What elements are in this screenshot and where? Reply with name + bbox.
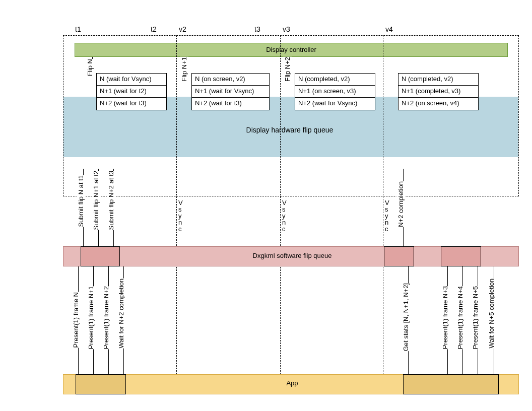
present-n: Present(1) frame N bbox=[72, 292, 80, 348]
vline-v2 bbox=[176, 35, 177, 394]
vline-v4 bbox=[383, 35, 383, 394]
submit-n1-label: Submit flip N+1 at t2 bbox=[92, 171, 100, 230]
submit-n2-label: Submit flip N+2 at t3 bbox=[107, 171, 115, 230]
dxgkrnl-busy-2 bbox=[384, 246, 414, 266]
queue-2-row-3: N+2 (wait for t3) bbox=[192, 98, 269, 110]
queue-4: N (completed, v2) N+1 (completed, v3) N+… bbox=[398, 73, 479, 110]
time-t3: t3 bbox=[254, 25, 260, 33]
wait-n2: Wait for N+2 completion bbox=[117, 279, 125, 349]
app-busy-2 bbox=[403, 374, 499, 394]
queue-3-row-3: N+2 (wait for Vsync) bbox=[295, 98, 375, 110]
flip-n1-label: Flip N+1 bbox=[180, 57, 188, 82]
time-v3: v3 bbox=[283, 25, 290, 33]
time-t2: t2 bbox=[151, 25, 157, 33]
present-n5: Present(1) frame N+5 bbox=[471, 286, 480, 349]
queue-1-row-1: N (wait for Vsync) bbox=[97, 74, 166, 86]
queue-1: N (wait for Vsync) N+1 (wait for t2) N+2… bbox=[96, 73, 167, 110]
app-label: App bbox=[242, 379, 343, 387]
flip-n2-label: Flip N+2 bbox=[283, 57, 292, 82]
queue-1-row-2: N+1 (wait for t2) bbox=[97, 86, 166, 98]
queue-2-row-2: N+1 (wait for Vsync) bbox=[192, 86, 269, 98]
vline-v3 bbox=[280, 35, 281, 394]
vsync-v3: Vsync bbox=[282, 199, 288, 232]
flip-queue-label: Display hardware flip queue bbox=[202, 126, 378, 134]
vsync-v2: Vsync bbox=[178, 199, 184, 232]
getstats: Get stats [N, N+1, N+2] bbox=[402, 283, 410, 351]
time-t1: t1 bbox=[75, 25, 81, 33]
time-v2: v2 bbox=[179, 25, 186, 33]
time-v4: v4 bbox=[385, 25, 393, 33]
queue-2: N (on screen, v2) N+1 (wait for Vsync) N… bbox=[191, 73, 270, 110]
present-n2: Present(1) frame N+2 bbox=[102, 286, 110, 349]
queue-3-row-2: N+1 (on screen, v3) bbox=[295, 86, 375, 98]
dxgkrnl-label: Dxgkrnl software flip queue bbox=[217, 252, 368, 259]
dxgkrnl-busy-1 bbox=[81, 246, 120, 266]
app-busy-1 bbox=[76, 374, 126, 394]
queue-4-row-3: N+2 (on screen, v4) bbox=[398, 98, 478, 110]
vsync-v4: Vsync bbox=[385, 199, 391, 232]
queue-2-row-1: N (on screen, v2) bbox=[192, 74, 269, 86]
display-controller-bar: Display controller bbox=[75, 43, 508, 57]
queue-3-row-1: N (completed, v2) bbox=[295, 74, 375, 86]
dxgkrnl-busy-3 bbox=[441, 246, 481, 266]
queue-3: N (completed, v2) N+1 (on screen, v3) N+… bbox=[295, 73, 375, 110]
submit-n-label: Submit flip N at t1 bbox=[77, 175, 85, 227]
queue-4-row-1: N (completed, v2) bbox=[398, 74, 478, 86]
wait-n5: Wait for N+5 completion bbox=[487, 279, 496, 349]
queue-4-row-2: N+1 (completed, v3) bbox=[398, 86, 478, 98]
present-n3: Present(1) frame N+3 bbox=[441, 286, 449, 349]
queue-1-row-3: N+2 (wait for t3) bbox=[97, 98, 166, 110]
diagram-stage: t1 t2 v2 t3 v3 v4 Display controller Dis… bbox=[0, 0, 532, 411]
flip-n-label: Flip N bbox=[86, 59, 94, 76]
n2-completion-label: N+2 completion bbox=[396, 181, 405, 227]
present-n1: Present(1) frame N+1 bbox=[87, 286, 95, 349]
present-n4: Present(1) frame N+4 bbox=[456, 286, 464, 349]
